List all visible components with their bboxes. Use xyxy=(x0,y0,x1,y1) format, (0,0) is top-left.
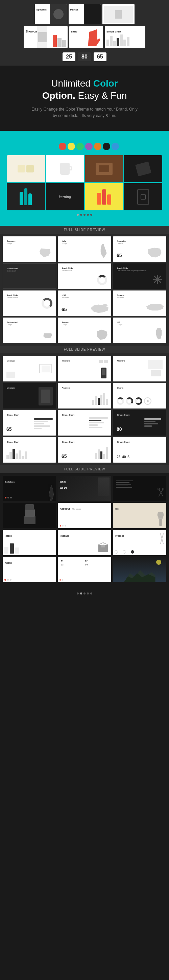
slide-fabros: the fabros xyxy=(3,476,56,501)
slides-group-1: Germany Europe Italy Europe Australia Oc… xyxy=(0,234,169,345)
product-cell-black xyxy=(124,155,162,182)
slide-thumb-showcase: Showcase xyxy=(24,26,68,48)
slide-about-us: About Us Who we are xyxy=(58,503,111,528)
slide-contact-us: Contact Us Get in touch xyxy=(3,263,56,289)
slide-title: Specialist xyxy=(37,8,48,11)
product-showcase-grid: kerning xyxy=(7,155,162,210)
product-cell-dark xyxy=(124,183,162,210)
swatch-purple[interactable] xyxy=(85,143,92,150)
bottom-dots xyxy=(0,589,169,596)
slide-multi-chart: Simple Chart 25 40 5 xyxy=(113,437,166,463)
slide-simple-chart-vbar: Simple Chart xyxy=(3,437,56,463)
bottom-dot-1[interactable] xyxy=(77,592,79,595)
swatch-black[interactable] xyxy=(103,143,110,150)
product-cell-bottles xyxy=(7,183,45,210)
slide-dark-text xyxy=(113,476,166,501)
swatch-blue[interactable] xyxy=(112,143,119,150)
bottom-dot-4[interactable] xyxy=(87,592,89,595)
slide-simple-chart-2: Simple Chart xyxy=(58,410,111,436)
slide-mockup-2: MockUp xyxy=(113,356,166,382)
slide-mountain xyxy=(113,557,166,582)
color-swatches xyxy=(5,139,164,152)
teal-showcase-section: kerning xyxy=(0,131,169,226)
bottom-dot-2[interactable] xyxy=(80,592,82,595)
dot-2[interactable] xyxy=(80,214,82,216)
slides-grid-3: the fabros What We Do xyxy=(3,476,166,582)
slide-break-1: Break Slide Section break xyxy=(58,263,111,289)
bottom-nav xyxy=(0,585,169,601)
slide-analysis: Analysis xyxy=(58,383,111,409)
section-label-1: Full Slide Preview xyxy=(0,226,169,234)
slide-australia: Australia Oceania 65 xyxy=(113,236,166,262)
slides-group-3: the fabros What We Do xyxy=(0,473,169,585)
heading-color-word: Color xyxy=(93,78,118,89)
section-label-3: Full Slide Preview xyxy=(0,465,169,473)
product-cell-cup xyxy=(46,155,84,182)
slides-group-2: MockUp MockUp xyxy=(0,353,169,465)
svg-rect-9 xyxy=(159,518,161,526)
slide-simple-chart-1: Simple Chart 65 xyxy=(3,410,56,436)
dot-3[interactable] xyxy=(83,214,86,216)
slide-thumb-specialist: Specialist xyxy=(35,4,67,24)
slide-title: Basic xyxy=(71,30,77,33)
hero-section: Specialist Marcus Showcase xyxy=(0,0,169,65)
bottom-dot-3[interactable] xyxy=(83,592,86,595)
slide-italy: Italy Europe xyxy=(58,236,111,262)
slide-his: His xyxy=(113,503,166,528)
slide-numbers: 01 02 03 04 xyxy=(58,557,111,582)
dot-4[interactable] xyxy=(87,214,89,216)
slide-thumb-blank xyxy=(102,4,134,24)
slide-thumb-basic: Basic xyxy=(69,26,103,48)
slide-france: France Europe xyxy=(58,318,111,343)
slides-grid-1: Germany Europe Italy Europe Australia Oc… xyxy=(3,236,166,343)
slide-mockup-1: MockUp xyxy=(3,356,56,382)
slide-boxes xyxy=(3,503,56,528)
product-cell-wood xyxy=(85,155,123,182)
slide-title: Simple Chart xyxy=(107,30,121,33)
slide-process: Process xyxy=(113,530,166,555)
slide-break-dark: Break Slide Dark version slide for your … xyxy=(113,263,166,289)
swatch-teal[interactable] xyxy=(50,143,57,150)
slide-thumb-marcus: Marcus xyxy=(69,4,101,24)
slide-simple-chart-65: Simple Chart 65 xyxy=(58,437,111,463)
slide-mockup-dark: MockUp xyxy=(3,383,56,409)
swatch-orange[interactable] xyxy=(94,143,101,150)
svg-rect-13 xyxy=(101,545,105,547)
slide-title: Marcus xyxy=(70,8,79,11)
slide-about-2: About xyxy=(3,557,56,582)
slide-canada: Canada Americas xyxy=(113,291,166,316)
heading-option-word: Option. xyxy=(42,90,75,101)
section-label-2: Full Slide Preview xyxy=(0,345,169,353)
slide-prices: Prices xyxy=(3,530,56,555)
slides-grid-2: MockUp MockUp xyxy=(3,356,166,463)
section-description: Easily Change the Color Theme to match Y… xyxy=(30,106,139,119)
section-heading: Unlimited Color Option. Easy & Fun xyxy=(10,78,159,102)
color-option-section: Unlimited Color Option. Easy & Fun Easil… xyxy=(0,65,169,131)
slide-switzerland: Switzerland Europe xyxy=(3,318,56,343)
slide-usa: USA Americas 65 xyxy=(58,291,111,316)
product-cell-pillows xyxy=(7,155,45,182)
slide-what-we-do: What We Do xyxy=(58,476,111,501)
number-badges: 25 80 65 xyxy=(3,50,166,63)
product-cell-cans xyxy=(85,183,123,210)
slide-thumb-simple-chart: Simple Chart xyxy=(105,26,145,48)
swatch-yellow[interactable] xyxy=(68,143,75,150)
carousel-dots xyxy=(5,210,164,218)
slide-break-2: Break Slide Section divider xyxy=(3,291,56,316)
slide-germany: Germany Europe xyxy=(3,236,56,262)
dot-1[interactable] xyxy=(77,214,79,216)
slide-package: Package xyxy=(58,530,111,555)
swatch-green[interactable] xyxy=(77,143,84,150)
dot-5[interactable] xyxy=(90,214,92,216)
slide-uk: UK Europe xyxy=(113,318,166,343)
swatch-red[interactable] xyxy=(59,143,66,150)
slide-simple-chart-dark: Simple Chart 80 xyxy=(113,410,166,436)
product-cell-logo: kerning xyxy=(46,183,84,210)
svg-point-8 xyxy=(158,512,164,519)
bottom-dot-5[interactable] xyxy=(90,592,92,595)
slide-donut: Charts xyxy=(113,383,166,409)
slide-mockup-phone: MockUp xyxy=(58,356,111,382)
